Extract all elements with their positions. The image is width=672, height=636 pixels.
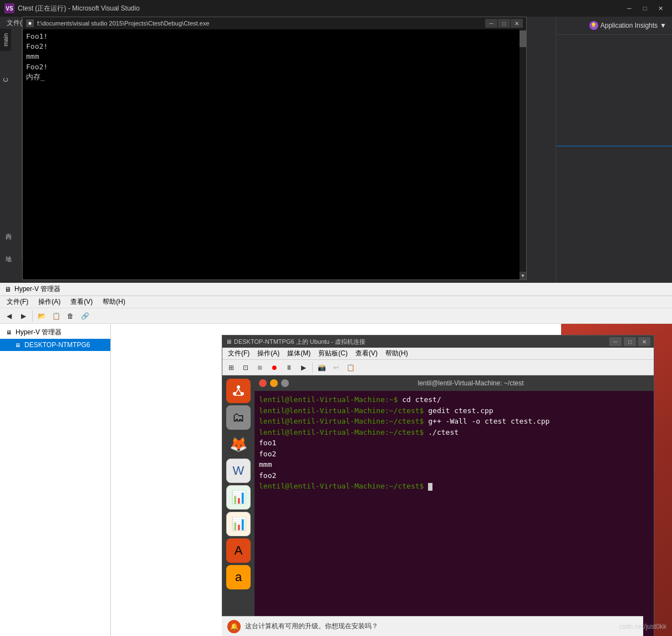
ubuntu-notification-bar: 🔔 这台计算机有可用的升级。你想现在安装吗？ <box>222 616 643 636</box>
terminal-line-final: lentil@lentil-Virtual-Machine:~/ctest$ <box>259 481 649 492</box>
terminal-cmd-4: ./ctest <box>428 428 459 436</box>
vs-left-tab-c[interactable]: C <box>0 73 11 87</box>
launcher-impress-icon[interactable]: 📊 <box>226 512 251 536</box>
launcher-firefox-icon[interactable]: 🦊 <box>226 432 251 456</box>
terminal-output-3: mmm <box>259 459 649 470</box>
vs-minimize-button[interactable]: ─ <box>622 3 637 13</box>
console-close-button[interactable]: ✕ <box>511 19 523 28</box>
ubuntu-vm-toolbar: ⊞ ⊡ ⏹ ⏺ ⏸ ▶ 📸 ↩ 📋 <box>222 360 654 375</box>
hyperv-window: 🖥 Hyper-V 管理器 文件(F) 操作(A) 查看(V) 帮助(H) ◀ … <box>0 283 672 636</box>
launcher-writer-icon[interactable]: W <box>226 459 251 483</box>
console-path: f:\documents\visual studio 2015\Projects… <box>37 20 482 27</box>
hyperv-titlebar: 🖥 Hyper-V 管理器 <box>0 283 672 296</box>
vs-window: VS Ctest (正在运行) - Microsoft Visual Studi… <box>0 0 672 283</box>
console-maximize-button[interactable]: □ <box>498 19 510 28</box>
ubuntu-toolbar-btn-1[interactable]: ⊞ <box>225 362 238 374</box>
ubuntu-vm-menubar: 文件(F) 操作(A) 媒体(M) 剪贴板(C) 查看(V) 帮助(H) <box>222 348 654 360</box>
terminal-close-button[interactable] <box>259 379 267 387</box>
hyperv-tree-root-icon: 🖥 <box>4 328 13 337</box>
vs-left-tab-main[interactable]: main <box>0 29 11 51</box>
terminal-prompt-3: lentil@lentil-Virtual-Machine:~/ctest$ <box>259 417 428 425</box>
hyperv-menu-help[interactable]: 帮助(H) <box>98 296 130 308</box>
terminal-line-2: lentil@lentil-Virtual-Machine:~/ctest$ g… <box>259 405 649 416</box>
console-line-3: mmm <box>26 52 523 62</box>
terminal-prompt-2: lentil@lentil-Virtual-Machine:~/ctest$ <box>259 406 428 415</box>
ubuntu-vm-title: DESKTOP-NTMTPG6 上的 Ubuntu - 虚拟机连接 <box>234 338 607 346</box>
hyperv-folder-button[interactable]: 📂 <box>35 310 48 322</box>
terminal-line-4: lentil@lentil-Virtual-Machine:~/ctest$ .… <box>259 427 649 438</box>
ubuntu-vm-minimize-button[interactable]: ─ <box>609 337 622 346</box>
terminal-wrapper: lentil@lentil-Virtual-Machine: ~/ctest l… <box>254 375 654 636</box>
ubuntu-toolbar-pause-button[interactable]: ⏸ <box>282 362 296 374</box>
ubuntu-toolbar-screenshot-button[interactable]: 📸 <box>315 362 328 374</box>
console-line-2: Foo2! <box>26 42 523 52</box>
hyperv-menu-file[interactable]: 文件(F) <box>2 296 33 308</box>
ubuntu-menu-help[interactable]: 帮助(H) <box>382 348 411 359</box>
ubuntu-toolbar-btn-disable2: 📋 <box>344 362 357 374</box>
terminal-prompt-4: lentil@lentil-Virtual-Machine:~/ctest$ <box>259 428 428 436</box>
launcher-files-icon[interactable]: 🗂 <box>226 405 251 430</box>
console-line-5: 内存_ <box>26 72 523 82</box>
console-scrollbar-thumb[interactable] <box>520 30 526 47</box>
ubuntu-vm-maximize-button[interactable]: □ <box>624 337 636 346</box>
hyperv-menubar: 文件(F) 操作(A) 查看(V) 帮助(H) <box>0 296 672 308</box>
launcher-amazon-icon[interactable]: a <box>226 565 251 589</box>
console-line-4: Foo2! <box>26 62 523 72</box>
vs-right-divider <box>556 146 672 146</box>
ubuntu-toolbar-play-button[interactable]: ▶ <box>297 362 310 374</box>
terminal-cursor <box>428 483 432 491</box>
ubuntu-menu-action[interactable]: 操作(A) <box>254 348 283 359</box>
hyperv-toolbar-separator-1 <box>32 311 33 322</box>
console-scroll-down-button[interactable]: ▼ <box>520 272 526 279</box>
ubuntu-menu-view[interactable]: 查看(V) <box>352 348 381 359</box>
vs-close-button[interactable]: ✕ <box>653 3 668 13</box>
hyperv-delete-button[interactable]: 🗑 <box>64 310 77 322</box>
hyperv-menu-action[interactable]: 操作(A) <box>34 296 65 308</box>
console-minimize-button[interactable]: ─ <box>485 19 497 28</box>
ubuntu-toolbar-btn-2[interactable]: ⊡ <box>239 362 252 374</box>
ubuntu-vm-close-button[interactable]: ✕ <box>638 337 650 346</box>
console-window: ■ f:\documents\visual studio 2015\Projec… <box>22 17 527 280</box>
vs-logo-icon: VS <box>4 3 14 13</box>
terminal-cmd-3: g++ -Wall -o ctest ctest.cpp <box>428 417 549 425</box>
vs-left-panel: main C 内存 地址 <box>0 29 22 262</box>
ubuntu-menu-file[interactable]: 文件(F) <box>225 348 253 359</box>
hyperv-tree-root[interactable]: 🖥 Hyper-V 管理器 <box>0 326 110 339</box>
hyperv-forward-button[interactable]: ▶ <box>17 310 30 322</box>
vs-right-panel: 💡 Application Insights ▼ <box>556 17 672 283</box>
launcher-calc-icon[interactable]: 📊 <box>226 485 251 510</box>
ubuntu-menu-media[interactable]: 媒体(M) <box>284 348 314 359</box>
csdn-watermark: csdn.net/just0kk <box>619 623 666 630</box>
console-output: Foo1! Foo2! mmm Foo2! 内存_ <box>26 32 523 82</box>
ubuntu-launcher: 🗂 🦊 W 📊 📊 <box>222 375 254 636</box>
ubuntu-vm-window: 🖥 DESKTOP-NTMTPG6 上的 Ubuntu - 虚拟机连接 ─ □ … <box>222 335 654 636</box>
ubuntu-notification-text: 这台计算机有可用的升级。你想现在安装吗？ <box>245 622 378 631</box>
ubuntu-vm-titlebar: 🖥 DESKTOP-NTMTPG6 上的 Ubuntu - 虚拟机连接 ─ □ … <box>222 335 654 348</box>
hyperv-link-button[interactable]: 🔗 <box>78 310 91 322</box>
hyperv-back-button[interactable]: ◀ <box>2 310 16 322</box>
launcher-software-icon[interactable]: A <box>226 538 251 563</box>
hyperv-menu-view[interactable]: 查看(V) <box>66 296 97 308</box>
console-scrollbar[interactable] <box>520 29 526 279</box>
console-body: Foo1! Foo2! mmm Foo2! 内存_ ▲ ▼ <box>23 29 526 279</box>
terminal-maximize-button[interactable] <box>281 379 289 387</box>
terminal-output-4: foo2 <box>259 470 649 481</box>
terminal-output-1: foo1 <box>259 437 649 449</box>
hyperv-tree-root-label: Hyper-V 管理器 <box>16 328 62 337</box>
ubuntu-toolbar-record-button[interactable]: ⏺ <box>268 362 281 374</box>
ubuntu-title-icon: 🖥 <box>226 338 232 345</box>
terminal-line-3: lentil@lentil-Virtual-Machine:~/ctest$ g… <box>259 416 649 427</box>
terminal-minimize-button[interactable] <box>270 379 278 387</box>
terminal-cmd-2: gedit ctest.cpp <box>428 406 493 415</box>
ubuntu-toolbar-separator <box>312 362 313 373</box>
vs-maximize-button[interactable]: □ <box>638 3 652 13</box>
launcher-ubuntu-icon[interactable] <box>226 379 251 403</box>
hyperv-tree-item-desktop[interactable]: 🖥 DESKTOP-NTMTPG6 <box>0 339 110 351</box>
app-insights-icon: 💡 <box>589 21 598 30</box>
terminal-content[interactable]: lentil@lentil-Virtual-Machine:~$ cd ctes… <box>254 391 654 636</box>
ubuntu-menu-clipboard[interactable]: 剪贴板(C) <box>315 348 351 359</box>
ubuntu-notification-icon: 🔔 <box>227 620 241 633</box>
console-line-1: Foo1! <box>26 32 523 42</box>
app-insights-button[interactable]: 💡 Application Insights ▼ <box>556 17 672 35</box>
hyperv-list-button[interactable]: 📋 <box>49 310 63 322</box>
